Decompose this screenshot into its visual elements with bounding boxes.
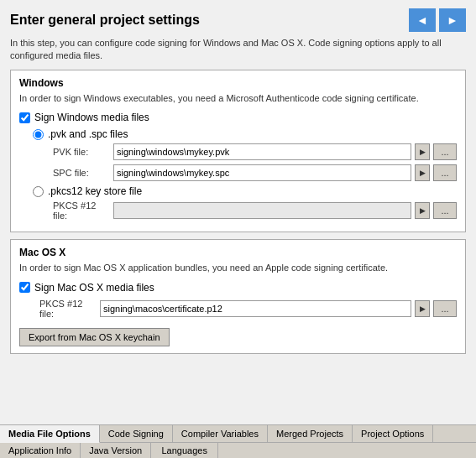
windows-description: In order to sign Windows executables, yo…: [19, 92, 457, 105]
tabs-row-1: Media File Options Code Signing Compiler…: [0, 425, 476, 443]
mac-pkcs-label: PKCS #12 file:: [39, 299, 97, 319]
pkcs12-radio-label: .pkcs12 key store file: [48, 185, 142, 197]
macosx-description: In order to sign Mac OS X application bu…: [19, 262, 457, 274]
sign-mac-label: Sign Mac OS X media files: [34, 282, 154, 294]
windows-pkcs-input: [113, 202, 411, 219]
tab-compiler-variables[interactable]: Compiler Variables: [173, 425, 268, 442]
windows-pkcs-file-row: PKCS #12 file: ▶ ...: [33, 200, 457, 221]
windows-section: Windows In order to sign Windows executa…: [10, 70, 466, 232]
pvk-spc-radio[interactable]: [33, 129, 44, 140]
pvk-spc-label: .pvk and .spc files: [48, 128, 128, 140]
mac-pkcs-arrow-button[interactable]: ▶: [415, 300, 430, 317]
sign-windows-label: Sign Windows media files: [34, 112, 149, 123]
tabs-row-2: Application Info Java Version Languages: [0, 443, 476, 458]
sign-windows-checkbox[interactable]: [19, 112, 30, 123]
bottom-tabs: Media File Options Code Signing Compiler…: [0, 424, 476, 458]
mac-pkcs-browse-button[interactable]: ...: [433, 300, 457, 317]
tab-java-version[interactable]: Java Version: [81, 443, 151, 458]
windows-pkcs-arrow-button[interactable]: ▶: [415, 202, 430, 219]
tab-languages[interactable]: Languages: [151, 443, 218, 458]
page-title: Enter general project settings: [10, 13, 200, 28]
pkcs12-radio-row: .pkcs12 key store file: [33, 185, 457, 197]
main-window: Enter general project settings ◄ ► In th…: [0, 0, 476, 458]
sign-mac-checkbox-row: Sign Mac OS X media files: [19, 282, 457, 294]
back-button[interactable]: ◄: [409, 8, 436, 32]
pvk-browse-button[interactable]: ...: [433, 143, 457, 160]
pvk-input[interactable]: [113, 143, 411, 160]
sign-windows-checkbox-row: Sign Windows media files: [19, 112, 457, 123]
nav-buttons: ◄ ►: [409, 8, 466, 32]
pvk-spc-radio-row: .pvk and .spc files: [33, 128, 457, 140]
tab-media-file-options[interactable]: Media File Options: [0, 425, 100, 443]
windows-title: Windows: [19, 77, 457, 89]
windows-pkcs-browse-button[interactable]: ...: [433, 202, 457, 219]
pvk-file-row: PVK file: ▶ ...: [33, 143, 457, 160]
mac-pkcs-input[interactable]: [100, 300, 411, 317]
tab-application-info[interactable]: Application Info: [0, 443, 81, 458]
macosx-title: Mac OS X: [19, 247, 457, 258]
header: Enter general project settings ◄ ►: [0, 0, 476, 37]
page-description: In this step, you can configure code sig…: [0, 37, 476, 70]
pvk-arrow-button[interactable]: ▶: [415, 143, 430, 160]
sign-mac-checkbox[interactable]: [19, 282, 30, 293]
forward-button[interactable]: ►: [439, 8, 466, 32]
tab-merged-projects[interactable]: Merged Projects: [268, 425, 353, 442]
tab-project-options[interactable]: Project Options: [353, 425, 433, 442]
windows-pkcs-label: PKCS #12 file:: [53, 200, 110, 221]
spc-browse-button[interactable]: ...: [433, 164, 457, 181]
tab-code-signing[interactable]: Code Signing: [100, 425, 173, 442]
macosx-section: Mac OS X In order to sign Mac OS X appli…: [10, 239, 466, 353]
content-area: Windows In order to sign Windows executa…: [0, 70, 476, 421]
spc-arrow-button[interactable]: ▶: [415, 164, 430, 181]
spc-file-row: SPC file: ▶ ...: [33, 164, 457, 181]
mac-pkcs-file-row: PKCS #12 file: ▶ ...: [19, 299, 457, 319]
windows-radio-group: .pvk and .spc files PVK file: ▶ ... SPC …: [19, 128, 457, 221]
spc-input[interactable]: [113, 164, 411, 181]
pvk-label: PVK file:: [53, 147, 110, 157]
spc-label: SPC file:: [53, 168, 110, 178]
export-keychain-button[interactable]: Export from Mac OS X keychain: [19, 328, 170, 346]
pkcs12-radio[interactable]: [33, 186, 44, 197]
